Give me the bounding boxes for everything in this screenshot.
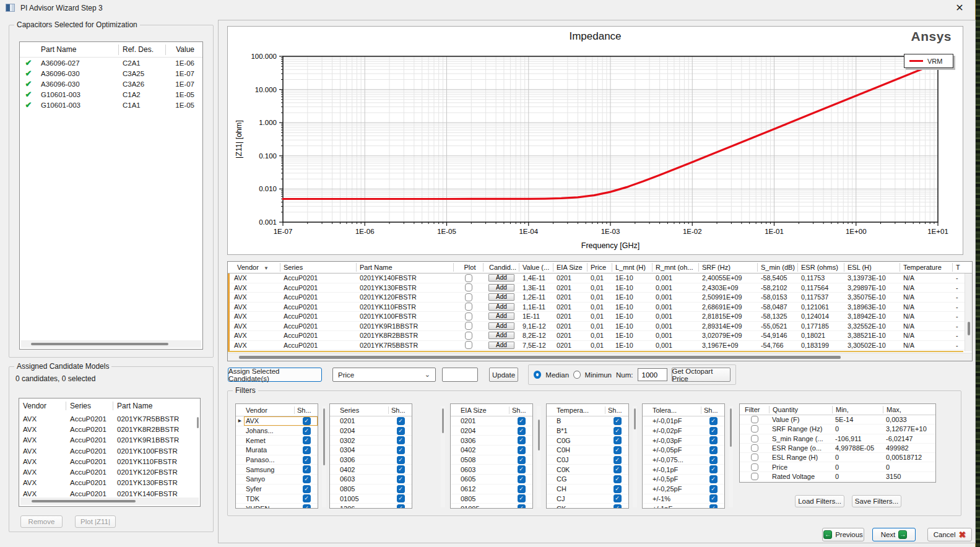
assigned-row[interactable]: AVX AccuP0201 0201YK130FBSTR xyxy=(19,478,200,488)
col-value[interactable]: Value (... xyxy=(519,263,553,272)
price-select[interactable]: Price ⌄ xyxy=(332,368,436,382)
filter-list-eia-size[interactable]: EIA Size Sh... 0201 ✓ xyxy=(450,403,533,509)
show-checkbox[interactable]: ✓ xyxy=(518,417,526,425)
assigned-hscrollbar[interactable] xyxy=(20,497,199,505)
candidate-row[interactable]: AVX AccuP0201 0201YK100FBSTR Add 1E-11 0… xyxy=(228,312,972,322)
series-row[interactable]: 01005 ✓ xyxy=(330,494,412,504)
assign-selected-button[interactable]: Assign Selected Candidate(s) xyxy=(228,368,322,382)
candidates-table[interactable]: Vendor ▼ Series Part Name Plot Candid...… xyxy=(227,261,973,361)
col-rmnt[interactable]: R_mnt (oh... xyxy=(653,263,699,272)
candidate-row[interactable]: AVX AccuP0201 0201YK110FBSTR Add 1,1E-11… xyxy=(228,303,972,312)
minimun-radio[interactable] xyxy=(573,371,581,379)
tolerance-row[interactable]: +/-0,02pF ✓ xyxy=(643,426,724,436)
plot-checkbox[interactable] xyxy=(465,332,472,340)
temperature-row[interactable]: C0J ✓ xyxy=(547,455,628,465)
filter-list-temperature[interactable]: Tempera... Sh... B ✓ xyxy=(546,403,629,509)
col-part-name[interactable]: Part Name xyxy=(357,263,454,272)
show-checkbox[interactable]: ✓ xyxy=(709,456,718,464)
show-checkbox[interactable]: ✓ xyxy=(518,446,526,454)
add-candidate-button[interactable]: Add xyxy=(488,342,514,349)
show-checkbox[interactable]: ✓ xyxy=(518,494,526,502)
assigned-vscroll-thumb[interactable] xyxy=(197,417,199,428)
show-checkbox[interactable]: ✓ xyxy=(614,417,622,425)
assigned-table[interactable]: Vendor Series Part Name AVX AccuP0201 02… xyxy=(19,398,201,507)
col-candidate[interactable]: Candid... xyxy=(483,263,519,272)
show-checkbox[interactable]: ✓ xyxy=(709,427,718,435)
quantity-row[interactable]: ESR Range (o... 4,99788E-05 499982 xyxy=(740,444,935,453)
filter-list-series[interactable]: Series Sh... 0201 ✓ xyxy=(329,403,412,509)
show-checkbox[interactable]: ✓ xyxy=(303,446,311,454)
series-row[interactable]: 0204 ✓ xyxy=(330,426,412,436)
assigned-row[interactable]: AVX AccuP0201 0201YK140FBSTR xyxy=(19,488,200,497)
show-checkbox[interactable]: ✓ xyxy=(709,485,718,493)
show-checkbox[interactable]: ✓ xyxy=(397,494,405,502)
show-checkbox[interactable]: ✓ xyxy=(614,494,622,502)
eia-row[interactable]: 0612 ✓ xyxy=(451,485,532,494)
filter-list-vendor[interactable]: Vendor Sh... ▶ AVX ✓ ▶ xyxy=(235,403,318,509)
show-checkbox[interactable]: ✓ xyxy=(303,427,311,435)
capacitor-row[interactable]: ✔ A36096-030 C3A26 1E-07 xyxy=(20,79,202,89)
show-checkbox[interactable]: ✓ xyxy=(614,436,622,444)
temperature-row[interactable]: B ✓ xyxy=(547,416,628,426)
add-candidate-button[interactable]: Add xyxy=(488,274,514,282)
tolerance-row[interactable]: +/-1pF ✓ xyxy=(643,504,724,509)
show-checkbox[interactable]: ✓ xyxy=(709,475,718,483)
show-checkbox[interactable]: ✓ xyxy=(518,456,526,464)
assigned-row[interactable]: AVX AccuP0201 0201YK100FBSTR xyxy=(19,446,200,456)
col-esr[interactable]: ESR (ohms) xyxy=(798,263,844,272)
add-candidate-button[interactable]: Add xyxy=(488,293,514,301)
close-icon[interactable]: ✕ xyxy=(953,2,966,14)
vendor-row[interactable]: ▶ Kemet ✓ xyxy=(236,436,318,446)
temperature-row[interactable]: C0G ✓ xyxy=(547,436,628,446)
tolerance-row[interactable]: +/-1% ✓ xyxy=(643,494,724,504)
temperature-row[interactable]: CG ✓ xyxy=(547,475,628,485)
show-checkbox[interactable]: ✓ xyxy=(709,417,718,425)
vendor-row[interactable]: ▶ AVX ✓ xyxy=(236,416,318,426)
eia-row[interactable]: 0605 ✓ xyxy=(451,475,532,485)
show-checkbox[interactable]: ✓ xyxy=(518,475,526,483)
tolerance-list-scrollbar[interactable] xyxy=(729,406,733,507)
tolerance-row[interactable]: +/-0,1pF ✓ xyxy=(643,465,724,475)
temperature-row[interactable]: CJ ✓ xyxy=(547,494,628,504)
show-checkbox[interactable]: ✓ xyxy=(709,504,718,509)
col-vendor[interactable]: Vendor xyxy=(19,402,66,410)
quantity-row[interactable]: Value (F) 5E-14 0,0033 xyxy=(740,415,935,424)
get-octopart-price-button[interactable]: Get Octopart Price xyxy=(672,368,731,382)
assigned-row[interactable]: AVX AccuP0201 0201YK120FBSTR xyxy=(19,467,200,477)
plot-checkbox[interactable] xyxy=(465,322,472,330)
col-value[interactable]: Value xyxy=(166,45,198,55)
series-row[interactable]: 1206 ✓ xyxy=(330,504,412,509)
assigned-row[interactable]: AVX AccuP0201 0201YK8R2BBSTR xyxy=(19,424,200,434)
plot-checkbox[interactable] xyxy=(465,303,472,311)
show-checkbox[interactable]: ✓ xyxy=(518,504,526,509)
plot-z11-button[interactable]: Plot |Z11| xyxy=(75,515,116,528)
candidate-row[interactable]: AVX AccuP0201 0201YK130FBSTR Add 1,3E-11… xyxy=(228,283,972,293)
quantity-row[interactable]: Rated Voltage 0 3150 xyxy=(740,472,935,481)
save-filters-button[interactable]: Save Filters... xyxy=(852,495,901,507)
series-list-scrollbar[interactable] xyxy=(441,406,445,507)
scroll-thumb[interactable] xyxy=(968,322,970,335)
temperature-row[interactable]: C0K ✓ xyxy=(547,465,628,475)
col-esl[interactable]: ESL (H) xyxy=(844,263,900,272)
show-checkbox[interactable]: ✓ xyxy=(709,494,718,502)
show-checkbox[interactable]: ✓ xyxy=(518,436,526,444)
quantity-row[interactable]: Price 0 0 xyxy=(740,462,935,472)
plot-checkbox[interactable] xyxy=(465,312,472,321)
next-button[interactable]: Next → xyxy=(872,528,916,541)
add-candidate-button[interactable]: Add xyxy=(488,332,514,339)
tolerance-row[interactable]: +/-0,01pF ✓ xyxy=(643,416,724,426)
filter-checkbox[interactable] xyxy=(751,416,758,423)
show-checkbox[interactable]: ✓ xyxy=(303,465,311,473)
filter-list-tolerance[interactable]: Tolera... Sh... +/-0,01pF ✓ xyxy=(642,403,725,509)
tolerance-row[interactable]: +/-0,075... ✓ xyxy=(643,455,724,465)
vendor-row[interactable]: ▶ Johans... ✓ xyxy=(236,426,318,436)
filter-checkbox[interactable] xyxy=(751,463,758,471)
assigned-row[interactable]: AVX AccuP0201 0201YK9R1BBSTR xyxy=(19,435,200,446)
capacitors-table[interactable]: Part Name Ref. Des. Value ✔ A36096-027 C… xyxy=(19,41,203,350)
col-ref-des[interactable]: Ref. Des. xyxy=(119,45,166,55)
series-row[interactable]: 0304 ✓ xyxy=(330,446,412,455)
eia-row[interactable]: 0508 ✓ xyxy=(451,455,532,465)
candidate-row[interactable]: AVX AccuP0201 0201YK9R1BBSTR Add 9,1E-12… xyxy=(228,322,972,332)
show-checkbox[interactable]: ✓ xyxy=(518,427,526,435)
temperature-row[interactable]: CK ✓ xyxy=(547,504,628,509)
